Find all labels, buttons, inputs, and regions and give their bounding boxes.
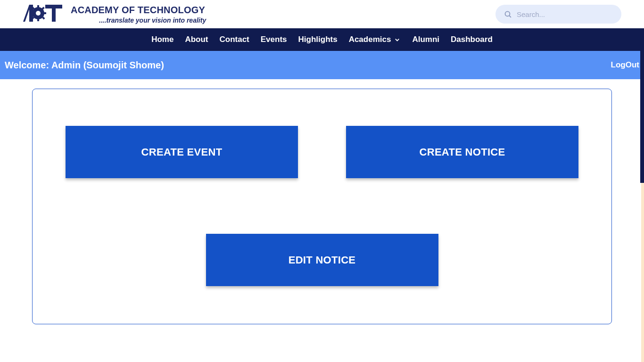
nav-academics-label: Academics bbox=[349, 35, 391, 44]
action-row-2: EDIT NOTICE bbox=[66, 234, 578, 286]
action-row-1: CREATE EVENT CREATE NOTICE bbox=[66, 126, 578, 178]
svg-point-12 bbox=[505, 11, 510, 16]
svg-point-1 bbox=[36, 11, 41, 16]
svg-rect-2 bbox=[37, 5, 39, 8]
logo-area: ACADEMY OF TECHNOLOGY ....translate your… bbox=[23, 4, 206, 25]
svg-rect-4 bbox=[30, 12, 33, 14]
org-tagline: ....translate your vision into reality bbox=[99, 16, 206, 24]
primary-nav: Home About Contact Events Highlights Aca… bbox=[0, 28, 644, 51]
nav-home[interactable]: Home bbox=[146, 29, 179, 50]
logo-text-block: ACADEMY OF TECHNOLOGY ....translate your… bbox=[71, 5, 206, 24]
create-event-button[interactable]: CREATE EVENT bbox=[66, 126, 298, 178]
edit-notice-button[interactable]: EDIT NOTICE bbox=[206, 234, 438, 286]
content-area: CREATE EVENT CREATE NOTICE EDIT NOTICE bbox=[0, 79, 644, 334]
top-header: ACADEMY OF TECHNOLOGY ....translate your… bbox=[0, 0, 644, 28]
nav-about[interactable]: About bbox=[179, 29, 214, 50]
create-notice-button[interactable]: CREATE NOTICE bbox=[346, 126, 578, 178]
nav-events[interactable]: Events bbox=[255, 29, 293, 50]
nav-highlights[interactable]: Highlights bbox=[293, 29, 343, 50]
svg-rect-11 bbox=[52, 5, 56, 22]
nav-academics[interactable]: Academics bbox=[343, 29, 407, 50]
nav-alumni[interactable]: Alumni bbox=[406, 29, 445, 50]
welcome-text: Welcome: Admin (Soumojit Shome) bbox=[5, 60, 164, 71]
svg-rect-5 bbox=[44, 12, 46, 14]
svg-line-13 bbox=[509, 16, 511, 17]
search-box[interactable] bbox=[495, 5, 621, 24]
aot-logo-icon bbox=[23, 4, 62, 25]
nav-contact[interactable]: Contact bbox=[214, 29, 255, 50]
search-input[interactable] bbox=[517, 10, 613, 18]
chevron-down-icon bbox=[394, 36, 401, 43]
org-title: ACADEMY OF TECHNOLOGY bbox=[71, 5, 206, 16]
search-icon bbox=[504, 10, 512, 18]
dashboard-panel: CREATE EVENT CREATE NOTICE EDIT NOTICE bbox=[32, 89, 612, 324]
welcome-bar: Welcome: Admin (Soumojit Shome) LogOut bbox=[0, 51, 644, 79]
logout-link[interactable]: LogOut bbox=[611, 60, 639, 70]
nav-dashboard[interactable]: Dashboard bbox=[445, 29, 498, 50]
svg-rect-3 bbox=[37, 19, 39, 21]
